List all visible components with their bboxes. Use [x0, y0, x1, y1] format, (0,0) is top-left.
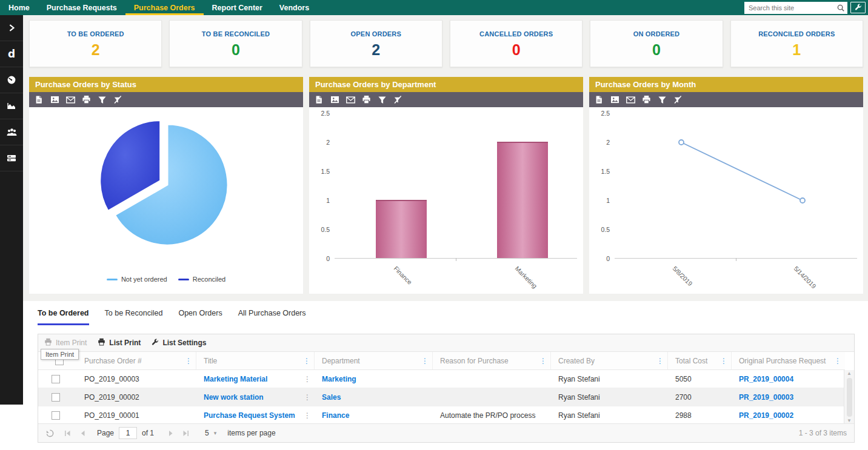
column-menu-icon[interactable]: ⋮: [834, 357, 841, 365]
last-page-icon[interactable]: [182, 430, 189, 437]
sidebar-item-people[interactable]: [0, 119, 23, 145]
nav-item-vendors[interactable]: Vendors: [271, 0, 318, 15]
bar-marketing[interactable]: [497, 142, 548, 258]
pdf-export-icon[interactable]: [593, 94, 605, 105]
page-number-input[interactable]: [119, 427, 137, 439]
y-tick-label: 0.5: [314, 226, 330, 233]
pdf-export-icon[interactable]: [33, 94, 45, 105]
print-icon[interactable]: [80, 94, 92, 105]
row-menu-icon[interactable]: ⋮: [304, 375, 311, 383]
legend-item-not-yet-ordered[interactable]: Not yet ordered: [107, 276, 167, 283]
filter-icon[interactable]: [656, 94, 668, 105]
column-header-reason[interactable]: Reason for Purchase⋮: [433, 352, 551, 369]
bar-finance[interactable]: [376, 200, 427, 258]
search-icon[interactable]: [836, 4, 845, 12]
filter-icon[interactable]: [96, 94, 108, 105]
list-settings-button[interactable]: List Settings: [152, 339, 206, 348]
sidebar-item-reports[interactable]: [0, 93, 23, 119]
tab-to-be-ordered[interactable]: To be Ordered: [38, 309, 89, 325]
department-link[interactable]: Sales: [322, 393, 341, 402]
search-input[interactable]: [744, 2, 847, 14]
pdf-export-icon[interactable]: [313, 94, 325, 105]
column-menu-icon[interactable]: ⋮: [421, 357, 429, 365]
table-row[interactable]: PO_2019_00001 Purchase Request System⋮ F…: [38, 406, 845, 425]
image-export-icon[interactable]: [48, 94, 61, 105]
image-export-icon[interactable]: [329, 94, 341, 105]
kpi-card-to-be-reconciled[interactable]: TO BE RECONCILED 0: [169, 20, 302, 67]
page-size-value[interactable]: 5: [205, 429, 209, 437]
sidebar-item-app[interactable]: d: [0, 41, 23, 67]
title-link[interactable]: Purchase Request System: [204, 411, 295, 420]
print-icon[interactable]: [640, 94, 652, 105]
column-header-department[interactable]: Department⋮: [315, 352, 433, 369]
column-menu-icon[interactable]: ⋮: [303, 357, 310, 365]
kpi-card-open-orders[interactable]: OPEN ORDERS 2: [310, 20, 442, 67]
row-checkbox[interactable]: [52, 411, 60, 420]
column-header-created-by[interactable]: Created By⋮: [551, 352, 668, 369]
nav-item-purchase-requests[interactable]: Purchase Requests: [38, 0, 125, 15]
table-row[interactable]: PO_2019_00003 Marketing Material⋮ Market…: [38, 370, 845, 388]
list-print-button[interactable]: List Print: [98, 338, 141, 348]
row-checkbox[interactable]: [52, 375, 60, 383]
created-by-cell: Ryan Stefani: [551, 388, 668, 406]
sidebar-item-lists[interactable]: [0, 145, 23, 171]
original-pr-link[interactable]: PR_2019_00002: [739, 411, 793, 420]
nav-item-report-center[interactable]: Report Center: [204, 0, 271, 15]
kpi-card-to-be-ordered[interactable]: TO BE ORDERED 2: [29, 20, 162, 67]
legend-item-reconciled[interactable]: Reconciled: [178, 276, 225, 283]
original-pr-link[interactable]: PR_2019_00003: [739, 393, 793, 402]
refresh-icon[interactable]: [45, 429, 55, 438]
column-header-total-cost[interactable]: Total Cost⋮: [668, 352, 732, 369]
title-link[interactable]: New work station: [204, 393, 264, 402]
tab-all-purchase-orders[interactable]: All Purchase Orders: [238, 309, 306, 325]
email-icon[interactable]: [344, 94, 356, 105]
kpi-card-cancelled-orders[interactable]: CANCELLED ORDERS 0: [450, 20, 583, 67]
table-toolbar: Item Print List Print List Settings: [38, 334, 854, 352]
department-link[interactable]: Marketing: [322, 375, 356, 383]
table-row[interactable]: PO_2019_00002 New work station⋮ Sales Ry…: [38, 388, 845, 406]
line-point-5-8-2019[interactable]: [679, 140, 684, 145]
next-page-icon[interactable]: [167, 430, 174, 437]
clear-filter-icon[interactable]: [672, 94, 684, 105]
title-link[interactable]: Marketing Material: [204, 375, 267, 383]
print-icon[interactable]: [360, 94, 372, 105]
filter-icon[interactable]: [376, 94, 388, 105]
email-icon[interactable]: [624, 94, 636, 105]
previous-page-icon[interactable]: [79, 430, 86, 437]
clear-filter-icon[interactable]: [112, 94, 124, 105]
original-pr-link[interactable]: PR_2019_00004: [739, 375, 793, 383]
kpi-card-reconciled-orders[interactable]: RECONCILED ORDERS 1: [730, 20, 863, 67]
row-menu-icon[interactable]: ⋮: [304, 411, 311, 420]
site-settings-button[interactable]: [850, 2, 866, 13]
item-print-button[interactable]: Item Print: [44, 338, 87, 348]
row-menu-icon[interactable]: ⋮: [304, 393, 311, 402]
first-page-icon[interactable]: [64, 430, 71, 437]
column-header-original-pr[interactable]: Original Purchase Request⋮: [732, 352, 845, 369]
column-header-title[interactable]: Title⋮: [196, 352, 315, 369]
sidebar-item-dashboard[interactable]: [0, 67, 23, 93]
email-icon[interactable]: [64, 94, 76, 105]
column-menu-icon[interactable]: ⋮: [720, 357, 727, 365]
page-size-dropdown-icon[interactable]: ▾: [214, 430, 217, 436]
scrollbar-thumb[interactable]: [847, 378, 852, 417]
nav-item-home[interactable]: Home: [0, 0, 38, 15]
bar-chart: 00.511.522.5 FinanceMarketing: [315, 113, 578, 294]
table-header-row: Purchase Order #⋮ Title⋮ Department⋮ Rea…: [38, 352, 845, 370]
column-menu-icon[interactable]: ⋮: [539, 357, 547, 365]
department-link[interactable]: Finance: [322, 411, 349, 420]
clear-filter-icon[interactable]: [392, 94, 404, 105]
row-checkbox[interactable]: [52, 393, 60, 402]
y-tick-label: 2: [314, 139, 330, 146]
sidebar-expand-button[interactable]: [0, 15, 23, 41]
image-export-icon[interactable]: [609, 94, 621, 105]
tab-to-be-reconciled[interactable]: To be Reconciled: [105, 309, 163, 325]
tab-open-orders[interactable]: Open Orders: [178, 309, 222, 325]
scroll-up-icon[interactable]: ▲: [847, 370, 852, 377]
kpi-card-on-ordered[interactable]: ON ORDERED 0: [590, 20, 723, 67]
table-vertical-scrollbar[interactable]: ▲ ▼: [844, 370, 854, 425]
nav-item-purchase-orders[interactable]: Purchase Orders: [125, 0, 204, 15]
column-menu-icon[interactable]: ⋮: [656, 357, 664, 365]
line-point-5-14-2019[interactable]: [800, 198, 805, 203]
column-menu-icon[interactable]: ⋮: [185, 357, 192, 365]
column-header-purchase-order[interactable]: Purchase Order #⋮: [77, 352, 196, 369]
